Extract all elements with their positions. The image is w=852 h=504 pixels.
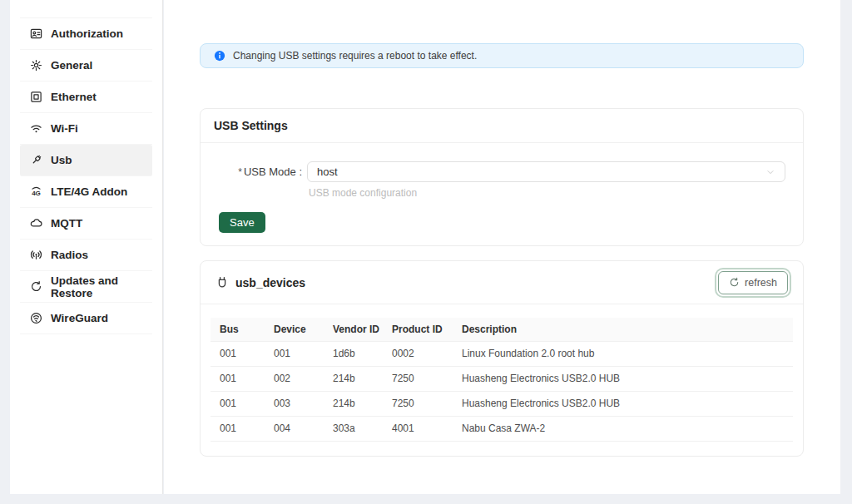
usb-settings-title: USB Settings (214, 119, 288, 132)
table-cell: 003 (265, 391, 324, 416)
mqtt-icon (30, 217, 42, 230)
sidebar-item-label: MQTT (51, 217, 82, 230)
table-cell: 001 (211, 341, 265, 366)
sidebar-item-label: Updates and Restore (51, 274, 142, 299)
refresh-button-label: refresh (745, 277, 777, 289)
column-header-product-id: Product ID (383, 318, 453, 341)
usb-mode-label-text: USB Mode : (244, 166, 302, 178)
sidebar-item-lte-4g-addon[interactable]: 4GLTE/4G Addon (20, 176, 152, 208)
table-cell: 214b (324, 391, 383, 416)
table-row: 001002214b7250Huasheng Electronics USB2.… (211, 366, 793, 391)
table-cell: 001 (211, 366, 265, 391)
sidebar-item-usb[interactable]: Usb (20, 145, 152, 176)
table-cell: 303a (324, 416, 383, 441)
sidebar-item-radios[interactable]: Radios (20, 240, 152, 271)
page: AuthorizationGeneralEthernetWi-FiUsb4GLT… (0, 0, 852, 504)
sidebar-item-wireguard[interactable]: WireGuard (20, 303, 152, 334)
sidebar-item-mqtt[interactable]: MQTT (20, 208, 152, 240)
sidebar-item-label: Usb (51, 154, 72, 166)
usb-devices-card: usb_devices refresh BusDeviceVendor IDPr… (200, 260, 804, 457)
sidebar-item-wi-fi[interactable]: Wi-Fi (20, 113, 152, 145)
table-cell: Linux Foundation 2.0 root hub (453, 341, 793, 366)
wifi-icon (30, 122, 42, 135)
table-cell: 001 (211, 391, 265, 416)
info-banner: Changing USB settings requires a reboot … (200, 43, 804, 68)
usb-settings-card-header: USB Settings (201, 109, 803, 143)
table-cell: Huasheng Electronics USB2.0 HUB (453, 391, 793, 416)
table-cell: 0002 (383, 341, 453, 366)
sidebar-menu: AuthorizationGeneralEthernetWi-FiUsb4GLT… (20, 17, 152, 334)
table-cell: 7250 (383, 391, 453, 416)
usb-devices-table: BusDeviceVendor IDProduct IDDescription … (211, 318, 793, 442)
usb-mode-select[interactable]: host (307, 161, 785, 182)
sidebar-item-authorization[interactable]: Authorization (20, 18, 152, 50)
save-button[interactable]: Save (219, 212, 265, 233)
table-row: 001003214b7250Huasheng Electronics USB2.… (211, 391, 793, 416)
usb-settings-card: USB Settings *USB Mode : host USB mode c… (200, 108, 804, 246)
refresh-icon (729, 277, 740, 288)
usb-mode-select-value: host (317, 166, 338, 178)
table-cell: 001 (211, 416, 265, 441)
column-header-vendor-id: Vendor ID (324, 318, 383, 341)
sidebar-item-updates-and-restore[interactable]: Updates and Restore (20, 271, 152, 303)
lte-4g-icon: 4G (30, 185, 42, 198)
sidebar-item-ethernet[interactable]: Ethernet (20, 82, 152, 113)
column-header-device: Device (265, 318, 324, 341)
radios-icon (30, 249, 42, 261)
usb-devices-title: usb_devices (235, 276, 305, 289)
info-icon (214, 50, 225, 62)
usb-mode-label: *USB Mode : (201, 166, 307, 178)
sidebar-item-label: Wi-Fi (51, 122, 78, 135)
wireguard-icon (30, 312, 42, 324)
column-header-description: Description (453, 318, 793, 341)
table-cell: Huasheng Electronics USB2.0 HUB (453, 366, 793, 391)
usb-mode-help-text: USB mode configuration (309, 187, 803, 199)
usb-plug-icon (215, 276, 229, 289)
sidebar-item-label: Radios (51, 249, 88, 261)
table-cell: 002 (265, 366, 324, 391)
gear-icon (30, 59, 42, 72)
table-head: BusDeviceVendor IDProduct IDDescription (211, 318, 793, 341)
usb-mode-form-row: *USB Mode : host (201, 161, 803, 182)
table-cell: 004 (265, 416, 324, 441)
updates-icon (30, 280, 42, 293)
table-cell: 214b (324, 366, 383, 391)
sidebar-item-label: WireGuard (51, 312, 108, 324)
usb-icon (30, 154, 42, 166)
sidebar-item-label: LTE/4G Addon (51, 185, 127, 198)
table-cell: 001 (265, 341, 324, 366)
sidebar-item-label: General (51, 59, 92, 72)
usb-devices-table-wrap: BusDeviceVendor IDProduct IDDescription … (211, 318, 793, 442)
svg-text:4G: 4G (32, 190, 41, 197)
authorization-icon (30, 27, 42, 40)
sidebar-item-label: Authorization (51, 27, 123, 40)
main-content: Changing USB settings requires a reboot … (164, 0, 840, 494)
chevron-down-icon (765, 167, 775, 177)
ethernet-icon (30, 91, 42, 103)
table-cell: 4001 (383, 416, 453, 441)
required-mark: * (238, 166, 242, 178)
refresh-button[interactable]: refresh (718, 271, 788, 294)
table-cell: 7250 (383, 366, 453, 391)
table-row: 0010011d6b0002Linux Foundation 2.0 root … (211, 341, 793, 366)
table-cell: 1d6b (324, 341, 383, 366)
usb-devices-card-header: usb_devices refresh (201, 261, 803, 304)
sidebar: AuthorizationGeneralEthernetWi-FiUsb4GLT… (10, 0, 163, 494)
info-banner-text: Changing USB settings requires a reboot … (233, 50, 477, 62)
table-row: 001004303a4001Nabu Casa ZWA-2 (211, 416, 793, 441)
sidebar-item-label: Ethernet (51, 91, 97, 103)
table-cell: Nabu Casa ZWA-2 (453, 416, 793, 441)
column-header-bus: Bus (211, 318, 265, 341)
sidebar-item-general[interactable]: General (20, 50, 152, 82)
table-body: 0010011d6b0002Linux Foundation 2.0 root … (211, 341, 793, 441)
